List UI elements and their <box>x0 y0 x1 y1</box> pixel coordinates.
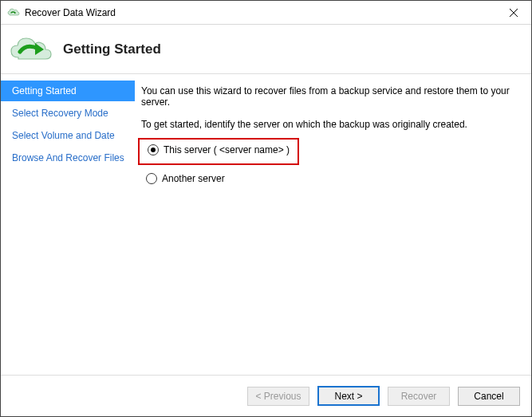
radio-icon <box>148 144 159 155</box>
radio-another-server[interactable]: Another server <box>143 171 518 186</box>
next-button[interactable]: Next > <box>317 386 380 406</box>
recover-button: Recover <box>388 387 450 406</box>
main-panel: You can use this wizard to recover files… <box>135 74 531 375</box>
window-title: Recover Data Wizard <box>25 7 496 18</box>
previous-button: < Previous <box>247 387 309 406</box>
wizard-window: Recover Data Wizard Getting Started Gett… <box>0 0 532 417</box>
close-icon <box>510 9 518 17</box>
radio-this-server-label: This server ( <server name> ) <box>164 144 290 155</box>
step-select-recovery-mode[interactable]: Select Recovery Mode <box>1 103 135 124</box>
titlebar: Recover Data Wizard <box>1 1 531 25</box>
page-title: Getting Started <box>63 41 161 57</box>
step-sidebar: Getting Started Select Recovery Mode Sel… <box>1 74 135 375</box>
intro-text: You can use this wizard to recover files… <box>141 85 518 108</box>
step-getting-started[interactable]: Getting Started <box>1 81 135 101</box>
highlight-box: This server ( <server name> ) <box>138 138 299 165</box>
radio-another-server-label: Another server <box>162 173 225 184</box>
radio-this-server[interactable]: This server ( <server name> ) <box>144 143 293 157</box>
prompt-text: To get started, identify the server on w… <box>141 119 518 130</box>
wizard-header: Getting Started <box>1 25 531 74</box>
step-browse-recover-files[interactable]: Browse And Recover Files <box>1 148 135 168</box>
cloud-restore-icon <box>9 33 53 65</box>
button-bar: < Previous Next > Recover Cancel <box>1 375 531 416</box>
step-select-volume-date[interactable]: Select Volume and Date <box>1 125 135 146</box>
cancel-button[interactable]: Cancel <box>458 387 520 406</box>
close-button[interactable] <box>496 1 531 24</box>
radio-icon <box>146 173 157 184</box>
wizard-body: Getting Started Select Recovery Mode Sel… <box>1 74 531 375</box>
app-icon <box>7 6 20 19</box>
